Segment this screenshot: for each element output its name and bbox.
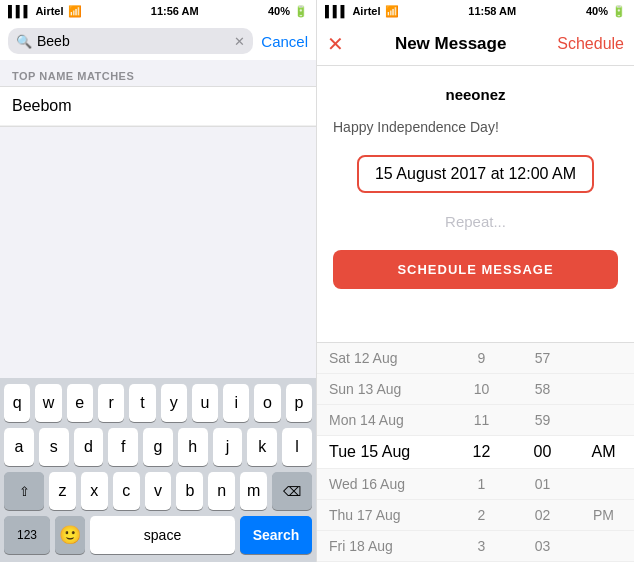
close-button[interactable]: ✕	[327, 32, 344, 56]
repeat-placeholder[interactable]: Repeat...	[445, 213, 506, 230]
key-row-2: a s d f g h j k l	[4, 428, 312, 466]
key-m[interactable]: m	[240, 472, 267, 510]
nav-title: New Message	[395, 34, 507, 54]
date-pill[interactable]: 15 August 2017 at 12:00 AM	[357, 155, 594, 193]
key-z[interactable]: z	[49, 472, 76, 510]
time-right: 11:58 AM	[468, 5, 516, 17]
picker-h-2: 11	[451, 409, 512, 431]
picker-row-sun[interactable]: Sun 13 Aug 10 58	[317, 374, 634, 405]
search-bar: 🔍 ✕ Cancel	[0, 22, 316, 60]
key-d[interactable]: d	[74, 428, 104, 466]
picker-m-4: 01	[512, 473, 573, 495]
picker-ampm-3: AM	[573, 440, 634, 464]
time-left: 11:56 AM	[151, 5, 199, 17]
status-bar-right: ▌▌▌ Airtel 📶 11:58 AM 40% 🔋	[317, 0, 634, 22]
key-n[interactable]: n	[208, 472, 235, 510]
key-k[interactable]: k	[247, 428, 277, 466]
key-x[interactable]: x	[81, 472, 108, 510]
picker-h-3: 12	[451, 440, 512, 464]
picker-h-6: 3	[451, 535, 512, 557]
picker-row-thu[interactable]: Thu 17 Aug 2 02 PM	[317, 500, 634, 531]
picker-m-3: 00	[512, 440, 573, 464]
carrier-right: ▌▌▌ Airtel 📶	[325, 5, 399, 18]
picker-m-0: 57	[512, 347, 573, 369]
key-space[interactable]: space	[90, 516, 235, 554]
key-f[interactable]: f	[108, 428, 138, 466]
search-input-wrapper: 🔍 ✕	[8, 28, 253, 54]
date-picker[interactable]: Sat 12 Aug 9 57 Sun 13 Aug 10 58 Mon 14 …	[317, 342, 634, 562]
message-body: Happy Independence Day!	[333, 119, 499, 135]
key-j[interactable]: j	[213, 428, 243, 466]
picker-row-mon[interactable]: Mon 14 Aug 11 59	[317, 405, 634, 436]
battery-pct-right: 40%	[586, 5, 608, 17]
status-bar-left: ▌▌▌ Airtel 📶 11:56 AM 40% 🔋	[0, 0, 316, 22]
key-l[interactable]: l	[282, 428, 312, 466]
key-w[interactable]: w	[35, 384, 61, 422]
schedule-nav-button[interactable]: Schedule	[557, 35, 624, 53]
picker-h-1: 10	[451, 378, 512, 400]
picker-row-fri[interactable]: Fri 18 Aug 3 03	[317, 531, 634, 562]
key-i[interactable]: i	[223, 384, 249, 422]
carrier-name-left: Airtel	[35, 5, 63, 17]
carrier-name-right: Airtel	[352, 5, 380, 17]
picker-day-4: Wed 16 Aug	[317, 473, 451, 495]
picker-m-6: 03	[512, 535, 573, 557]
schedule-message-button[interactable]: SCHEDULE MESSAGE	[333, 250, 618, 289]
key-row-1: q w e r t y u i o p	[4, 384, 312, 422]
key-v[interactable]: v	[145, 472, 172, 510]
battery-left: 40% 🔋	[268, 5, 308, 18]
battery-right: 40% 🔋	[586, 5, 626, 18]
recipient-name: neeonez	[445, 86, 505, 103]
key-o[interactable]: o	[254, 384, 280, 422]
search-input[interactable]	[37, 33, 229, 49]
key-t[interactable]: t	[129, 384, 155, 422]
key-numbers[interactable]: 123	[4, 516, 50, 554]
key-s[interactable]: s	[39, 428, 69, 466]
picker-day-0: Sat 12 Aug	[317, 347, 451, 369]
cancel-button[interactable]: Cancel	[261, 33, 308, 50]
key-y[interactable]: y	[161, 384, 187, 422]
contact-item[interactable]: Beebom	[0, 87, 316, 126]
clear-icon[interactable]: ✕	[234, 34, 245, 49]
picker-ampm-0	[573, 355, 634, 361]
keyboard-rows: q w e r t y u i o p a s d f g h j k	[0, 378, 316, 512]
key-a[interactable]: a	[4, 428, 34, 466]
section-header: TOP NAME MATCHES	[0, 60, 316, 86]
key-c[interactable]: c	[113, 472, 140, 510]
picker-m-1: 58	[512, 378, 573, 400]
key-b[interactable]: b	[176, 472, 203, 510]
key-emoji[interactable]: 🙂	[55, 516, 85, 554]
battery-pct-left: 40%	[268, 5, 290, 17]
picker-ampm-5: PM	[573, 504, 634, 526]
battery-icon-right: 🔋	[612, 5, 626, 18]
right-panel: ▌▌▌ Airtel 📶 11:58 AM 40% 🔋 ✕ New Messag…	[317, 0, 634, 562]
picker-ampm-4	[573, 481, 634, 487]
key-q[interactable]: q	[4, 384, 30, 422]
message-compose: neeonez Happy Independence Day! 15 Augus…	[317, 66, 634, 342]
picker-ampm-1	[573, 386, 634, 392]
picker-day-3: Tue 15 Aug	[317, 440, 451, 464]
signal-icon: ▌▌▌	[8, 5, 31, 17]
left-panel: ▌▌▌ Airtel 📶 11:56 AM 40% 🔋 🔍 ✕ Cancel T…	[0, 0, 317, 562]
picker-ampm-6	[573, 543, 634, 549]
picker-day-1: Sun 13 Aug	[317, 378, 451, 400]
picker-h-0: 9	[451, 347, 512, 369]
key-h[interactable]: h	[178, 428, 208, 466]
key-g[interactable]: g	[143, 428, 173, 466]
key-u[interactable]: u	[192, 384, 218, 422]
key-e[interactable]: e	[67, 384, 93, 422]
picker-row-wed[interactable]: Wed 16 Aug 1 01	[317, 469, 634, 500]
key-p[interactable]: p	[286, 384, 312, 422]
picker-row-sat[interactable]: Sat 12 Aug 9 57	[317, 343, 634, 374]
key-r[interactable]: r	[98, 384, 124, 422]
wifi-icon-left: 📶	[68, 5, 82, 18]
picker-day-5: Thu 17 Aug	[317, 504, 451, 526]
keyboard: q w e r t y u i o p a s d f g h j k	[0, 378, 316, 562]
search-button[interactable]: Search	[240, 516, 312, 554]
picker-row-tue[interactable]: Tue 15 Aug 12 00 AM	[317, 436, 634, 469]
picker-h-4: 1	[451, 473, 512, 495]
key-shift[interactable]: ⇧	[4, 472, 44, 510]
key-row-3: ⇧ z x c v b n m ⌫	[4, 472, 312, 510]
picker-h-5: 2	[451, 504, 512, 526]
key-delete[interactable]: ⌫	[272, 472, 312, 510]
